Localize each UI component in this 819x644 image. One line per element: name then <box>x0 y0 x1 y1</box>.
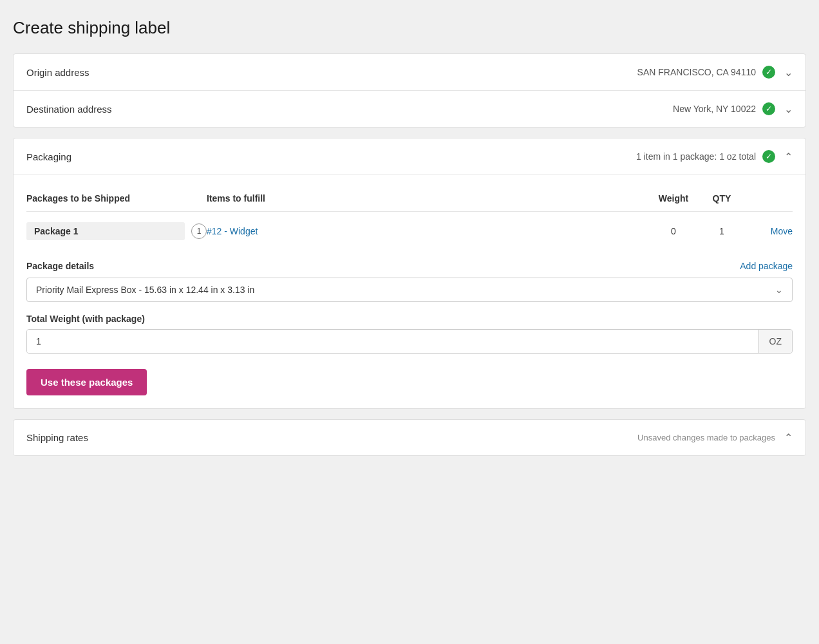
origin-address-row[interactable]: Origin address SAN FRANCISCO, CA 94110 ✓… <box>14 54 805 91</box>
page-title: Create shipping label <box>13 13 806 38</box>
item-link[interactable]: #12 - Widget <box>207 226 645 236</box>
shipping-rates-header-row[interactable]: Shipping rates Unsaved changes made to p… <box>14 420 805 455</box>
shipping-rates-label: Shipping rates <box>26 432 88 443</box>
weight-unit-label: OZ <box>758 330 792 353</box>
use-packages-button[interactable]: Use these packages <box>26 369 147 395</box>
package-details-header: Package details Add package <box>26 261 793 271</box>
weight-input-wrapper: OZ <box>26 329 793 354</box>
origin-chevron-down-icon: ⌄ <box>784 66 793 79</box>
weight-input[interactable] <box>27 330 758 353</box>
destination-address-row[interactable]: Destination address New York, NY 10022 ✓… <box>14 91 805 127</box>
col-packages-label: Packages to be Shipped <box>26 193 207 204</box>
packaging-summary: 1 item in 1 package: 1 oz total <box>636 151 756 162</box>
item-weight: 0 <box>645 226 702 236</box>
packaging-body: Packages to be Shipped Items to fulfill … <box>14 175 805 408</box>
package-details-section: Package details Add package Priority Mai… <box>26 258 793 354</box>
packaging-verified-icon: ✓ <box>762 150 775 163</box>
packaging-label: Packaging <box>26 151 71 162</box>
packaging-chevron-up-icon: ⌃ <box>784 151 793 163</box>
table-row: Package 1 1 #12 - Widget 0 1 Move <box>26 217 793 245</box>
origin-value: SAN FRANCISCO, CA 94110 <box>637 67 756 77</box>
package-details-label: Package details <box>26 261 94 271</box>
shipping-rates-card: Shipping rates Unsaved changes made to p… <box>13 419 806 456</box>
total-weight-label: Total Weight (with package) <box>26 314 793 324</box>
packages-table-header: Packages to be Shipped Items to fulfill … <box>26 188 793 212</box>
package-type-select[interactable]: Priority Mail Express Box - 15.63 in x 1… <box>27 278 792 301</box>
package-count-badge: 1 <box>191 223 207 239</box>
add-package-button[interactable]: Add package <box>740 261 793 271</box>
origin-verified-icon: ✓ <box>762 66 775 79</box>
package-select-wrapper: Priority Mail Express Box - 15.63 in x 1… <box>26 278 793 302</box>
destination-chevron-down-icon: ⌄ <box>784 103 793 115</box>
col-qty-label: QTY <box>702 193 741 204</box>
col-items-label: Items to fulfill <box>207 193 645 204</box>
unsaved-changes-text: Unsaved changes made to packages <box>637 433 775 442</box>
destination-value: New York, NY 10022 <box>673 104 756 114</box>
total-weight-section: Total Weight (with package) OZ <box>26 314 793 354</box>
shipping-rates-chevron-up-icon: ⌃ <box>784 431 793 444</box>
item-qty: 1 <box>702 226 741 236</box>
packaging-card: Packaging 1 item in 1 package: 1 oz tota… <box>13 138 806 409</box>
destination-verified-icon: ✓ <box>762 102 775 115</box>
package-name: Package 1 <box>26 222 185 240</box>
package-name-cell: Package 1 1 <box>26 222 207 240</box>
destination-label: Destination address <box>26 104 112 115</box>
move-button[interactable]: Move <box>741 226 793 236</box>
origin-label: Origin address <box>26 67 89 78</box>
col-action-label <box>741 193 793 204</box>
col-weight-label: Weight <box>645 193 702 204</box>
packaging-header-row[interactable]: Packaging 1 item in 1 package: 1 oz tota… <box>14 138 805 175</box>
